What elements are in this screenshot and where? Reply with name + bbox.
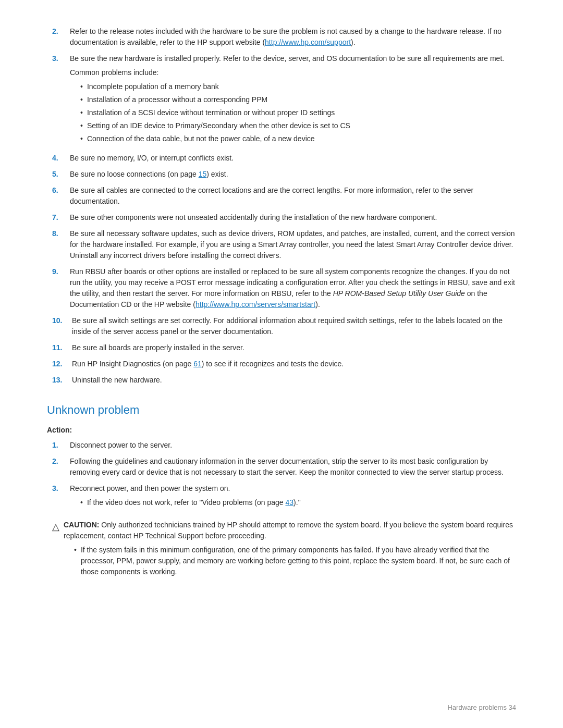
list-item-2: 2. Refer to the release notes included w… — [47, 26, 516, 48]
item-2-text-after: ). — [351, 38, 356, 46]
item-9-text-after: ). — [315, 300, 320, 309]
item-content-10: Be sure all switch settings are set corr… — [72, 315, 516, 337]
item-num-12: 12. — [52, 359, 72, 369]
unknown-step-num-3: 3. — [52, 483, 70, 511]
item-content-6: Be sure all cables are connected to the … — [70, 185, 516, 207]
unknown-step-3: 3. Reconnect power, and then power the s… — [47, 483, 516, 511]
item-num-2: 2. — [52, 26, 70, 48]
list-item-7: 7. Be sure other components were not uns… — [47, 212, 516, 223]
item-5-link[interactable]: 15 — [199, 170, 207, 178]
item-content-12: Run HP Insight Diagnostics (on page 61) … — [72, 359, 516, 369]
list-item-8: 8. Be sure all necessary software update… — [47, 228, 516, 261]
item-content-8: Be sure all necessary software updates, … — [70, 228, 516, 261]
caution-icon: △ — [52, 520, 59, 534]
unknown-step-num-1: 1. — [52, 440, 70, 451]
step3-bullet-link[interactable]: 43 — [286, 498, 294, 507]
item-content-5: Be sure no loose connections (on page 15… — [70, 169, 516, 180]
item-num-3: 3. — [52, 53, 70, 147]
bullet-item: Setting of an IDE device to Primary/Seco… — [80, 120, 516, 131]
item-num-9: 9. — [52, 266, 70, 310]
item-9-italic: HP ROM-Based Setup Utility User Guide — [333, 289, 465, 298]
item-num-5: 5. — [52, 169, 70, 180]
item-3-sub-label: Common problems include: — [70, 67, 516, 78]
unknown-step-3-text: Reconnect power, and then power the syst… — [70, 484, 230, 492]
item-content-3: Be sure the new hardware is installed pr… — [70, 53, 516, 147]
item-3-text: Be sure the new hardware is installed pr… — [70, 54, 504, 63]
unknown-step-content-3: Reconnect power, and then power the syst… — [70, 483, 516, 511]
action-label: Action: — [47, 425, 516, 436]
item-content-2: Refer to the release notes included with… — [70, 26, 516, 48]
bullet-item: If the video does not work, refer to "Vi… — [80, 497, 516, 508]
unknown-step-content-1: Disconnect power to the server. — [70, 440, 516, 451]
item-num-8: 8. — [52, 228, 70, 261]
list-item-3: 3. Be sure the new hardware is installed… — [47, 53, 516, 147]
item-3-bullets: Incomplete population of a memory bank I… — [80, 81, 516, 144]
unknown-problem-list: 1. Disconnect power to the server. 2. Fo… — [47, 440, 516, 511]
item-num-11: 11. — [52, 342, 72, 353]
item-content-4: Be sure no memory, I/O, or interrupt con… — [70, 153, 516, 164]
item-content-13: Uninstall the new hardware. — [72, 375, 516, 386]
unknown-step-2: 2. Following the guidelines and cautiona… — [47, 456, 516, 478]
bullet-item: Connection of the data cable, but not th… — [80, 133, 516, 144]
unknown-step-content-2: Following the guidelines and cautionary … — [70, 456, 516, 478]
item-12-text-before: Run HP Insight Diagnostics (on page — [72, 360, 193, 368]
caution-bullets: If the system fails in this minimum conf… — [74, 545, 516, 577]
unknown-problem-heading: Unknown problem — [47, 401, 516, 418]
item-content-11: Be sure all boards are properly installe… — [72, 342, 516, 353]
item-12-link[interactable]: 61 — [193, 360, 202, 368]
item-num-10: 10. — [52, 315, 72, 337]
caution-box: △ CAUTION: Only authorized technicians t… — [47, 520, 516, 579]
item-content-7: Be sure other components were not unseat… — [70, 212, 516, 223]
list-item-10: 10. Be sure all switch settings are set … — [47, 315, 516, 337]
item-content-9: Run RBSU after boards or other options a… — [70, 266, 516, 310]
item-num-4: 4. — [52, 153, 70, 164]
bullet-item: Installation of a processor without a co… — [80, 94, 516, 105]
item-num-7: 7. — [52, 212, 70, 223]
unknown-step-3-bullets: If the video does not work, refer to "Vi… — [80, 497, 516, 508]
bullet-item: Installation of a SCSI device without te… — [80, 107, 516, 118]
list-item-11: 11. Be sure all boards are properly inst… — [47, 342, 516, 353]
list-item-12: 12. Run HP Insight Diagnostics (on page … — [47, 359, 516, 369]
list-item-9: 9. Run RBSU after boards or other option… — [47, 266, 516, 310]
list-item-6: 6. Be sure all cables are connected to t… — [47, 185, 516, 207]
unknown-step-num-2: 2. — [52, 456, 70, 478]
unknown-step-1: 1. Disconnect power to the server. — [47, 440, 516, 451]
item-12-text-after: ) to see if it recognizes and tests the … — [202, 360, 344, 368]
main-numbered-list: 2. Refer to the release notes included w… — [47, 26, 516, 386]
item-9-link[interactable]: http://www.hp.com/servers/smartstart — [195, 300, 315, 309]
item-num-6: 6. — [52, 185, 70, 207]
item-2-link[interactable]: http://www.hp.com/support — [265, 38, 351, 46]
item-num-13: 13. — [52, 375, 72, 386]
page: 2. Refer to the release notes included w… — [0, 0, 563, 728]
list-item-13: 13. Uninstall the new hardware. — [47, 375, 516, 386]
caution-body: Only authorized technicians trained by H… — [64, 521, 513, 540]
item-5-text-after: ) exist. — [206, 170, 228, 178]
page-footer: Hardware problems 34 — [447, 702, 516, 713]
item-5-text-before: Be sure no loose connections (on page — [70, 170, 199, 178]
list-item-4: 4. Be sure no memory, I/O, or interrupt … — [47, 153, 516, 164]
caution-label: CAUTION: — [64, 521, 99, 529]
list-item-5: 5. Be sure no loose connections (on page… — [47, 169, 516, 180]
caution-text: CAUTION: Only authorized technicians tra… — [64, 520, 516, 579]
caution-bullet-item: If the system fails in this minimum conf… — [74, 545, 516, 577]
bullet-item: Incomplete population of a memory bank — [80, 81, 516, 92]
